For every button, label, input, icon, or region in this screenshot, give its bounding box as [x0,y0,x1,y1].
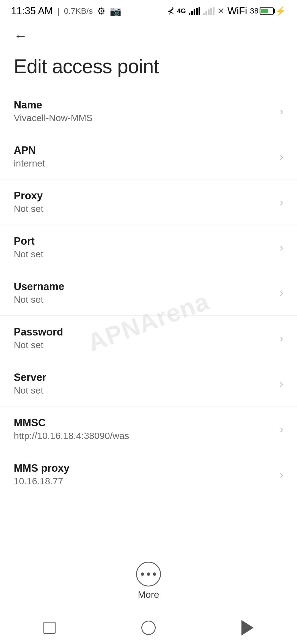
settings-value-port: Not set [14,249,274,260]
chevron-right-icon-name: › [280,105,283,118]
status-left: 11:35 AM | 0.7KB/s ⚙ 📷 [11,5,121,17]
back-nav-button[interactable] [237,617,258,639]
square-icon [43,622,56,634]
status-right-icons: ⊀ 4G ✕ WiFi 38 ⚡ [167,5,286,17]
settings-label-password: Password [14,326,274,338]
circle-icon [141,621,156,635]
more-dots-icon [141,572,156,576]
chevron-right-icon-port: › [280,241,283,254]
chevron-right-icon-mms-proxy: › [280,468,283,481]
chevron-right-icon-server: › [280,378,283,390]
video-icon: 📷 [110,6,121,17]
bottom-nav [0,611,297,644]
settings-value-mmsc: http://10.16.18.4:38090/was [14,430,274,441]
4g-label: 4G [177,7,186,15]
settings-label-username: Username [14,281,274,293]
wifi-icon: WiFi [227,5,247,17]
more-button[interactable]: More [136,562,161,600]
settings-label-port: Port [14,235,274,247]
back-arrow-icon: ← [14,28,28,44]
chevron-right-icon-username: › [280,287,283,299]
settings-label-mms-proxy: MMS proxy [14,462,274,474]
chevron-right-icon-proxy: › [280,196,283,208]
recent-apps-button[interactable] [38,617,61,639]
settings-content-proxy: Proxy Not set [14,190,274,214]
settings-label-mmsc: MMSC [14,417,274,429]
settings-value-name: Vivacell-Now-MMS [14,113,274,123]
settings-value-username: Not set [14,294,274,305]
lightning-icon: ⚡ [275,6,286,16]
time-display: 11:35 AM [11,5,53,17]
settings-content-server: Server Not set [14,372,274,396]
battery-indicator: 38 ⚡ [250,6,286,16]
settings-content-mms-proxy: MMS proxy 10.16.18.77 [14,462,274,487]
settings-item-mms-proxy[interactable]: MMS proxy 10.16.18.77 › [0,452,297,497]
signal-strength-1 [189,7,200,15]
more-circle-icon [136,562,161,586]
speed-display: 0.7KB/s [64,6,93,16]
chevron-right-icon-password: › [280,332,283,345]
back-button[interactable]: ← [11,26,30,45]
settings-value-password: Not set [14,340,274,350]
settings-value-proxy: Not set [14,203,274,214]
settings-item-port[interactable]: Port Not set › [0,225,297,270]
top-nav: ← [0,22,297,50]
settings-value-apn: internet [14,158,274,169]
settings-label-name: Name [14,99,274,111]
settings-item-username[interactable]: Username Not set › [0,270,297,316]
no-signal-icon: ✕ [217,6,225,16]
settings-content-port: Port Not set [14,235,274,260]
settings-item-server[interactable]: Server Not set › [0,361,297,406]
home-button[interactable] [138,617,160,639]
settings-content-apn: APN internet [14,144,274,169]
settings-item-password[interactable]: Password Not set › [0,316,297,361]
settings-content-mmsc: MMSC http://10.16.18.4:38090/was [14,417,274,441]
settings-item-apn[interactable]: APN internet › [0,134,297,179]
settings-item-mmsc[interactable]: MMSC http://10.16.18.4:38090/was › [0,406,297,452]
status-bar: 11:35 AM | 0.7KB/s ⚙ 📷 ⊀ 4G ✕ WiFi 38 [0,0,297,22]
chevron-right-icon-apn: › [280,151,283,163]
signal-strength-2 [203,7,215,15]
settings-value-mms-proxy: 10.16.18.77 [14,476,274,487]
settings-label-proxy: Proxy [14,190,274,202]
settings-item-proxy[interactable]: Proxy Not set › [0,179,297,225]
separator: | [57,6,59,16]
settings-label-server: Server [14,372,274,383]
settings-item-name[interactable]: Name Vivacell-Now-MMS › [0,89,297,134]
settings-list: Name Vivacell-Now-MMS › APN internet › P… [0,89,297,497]
triangle-icon [241,620,254,635]
settings-content-name: Name Vivacell-Now-MMS [14,99,274,123]
settings-value-server: Not set [14,385,274,396]
settings-icon: ⚙ [97,6,105,17]
chevron-right-icon-mmsc: › [280,423,283,435]
settings-content-password: Password Not set [14,326,274,350]
settings-content-username: Username Not set [14,281,274,305]
battery-percent: 38 [250,7,258,15]
bluetooth-icon: ⊀ [167,6,174,16]
page-title: Edit access point [0,50,297,89]
more-label: More [138,589,159,600]
settings-label-apn: APN [14,144,274,156]
more-section: More [0,562,297,600]
